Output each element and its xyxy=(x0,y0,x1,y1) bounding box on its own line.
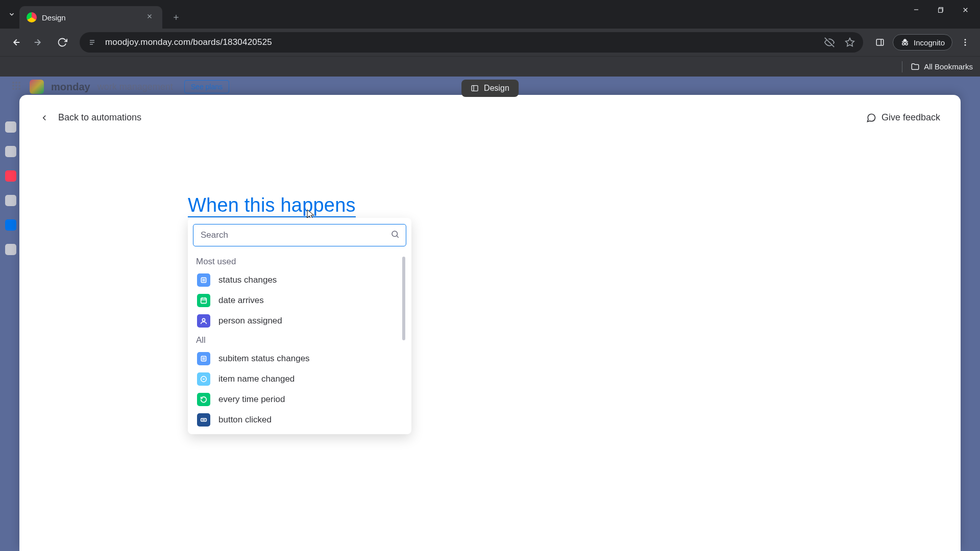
option-status-changes[interactable]: status changes xyxy=(195,270,404,290)
option-label: date arrives xyxy=(218,295,264,306)
brand-subtext: work management xyxy=(97,82,173,92)
give-feedback-button[interactable]: Give feedback xyxy=(866,112,940,123)
svg-point-37 xyxy=(202,318,205,321)
option-label: button clicked xyxy=(218,415,272,425)
option-subitem-status-changes[interactable]: subitem status changes xyxy=(195,348,404,369)
bookmark-bar: All Bookmarks xyxy=(0,56,980,77)
option-label: person assigned xyxy=(218,316,282,326)
svg-point-24 xyxy=(965,44,966,46)
sidebar-item xyxy=(5,121,16,133)
automation-modal: Back to automations Give feedback When t… xyxy=(19,95,961,551)
forward-button[interactable] xyxy=(29,32,49,53)
new-tab-button[interactable] xyxy=(167,9,185,26)
svg-line-29 xyxy=(397,236,398,237)
sidepanel-icon[interactable] xyxy=(870,33,890,52)
eye-off-icon[interactable] xyxy=(823,36,836,48)
option-button-clicked[interactable]: button clicked xyxy=(195,410,404,430)
site-info-icon[interactable] xyxy=(87,36,99,48)
section-all: All xyxy=(195,331,404,348)
browser-tab[interactable]: Design xyxy=(19,6,162,29)
kebab-menu-icon[interactable] xyxy=(955,33,975,52)
status-icon xyxy=(197,352,210,365)
svg-rect-25 xyxy=(472,86,478,91)
svg-point-20 xyxy=(905,43,908,45)
svg-rect-6 xyxy=(938,8,942,12)
tab-search-dropdown[interactable] xyxy=(4,7,19,22)
status-icon xyxy=(197,273,210,287)
divider xyxy=(902,61,902,72)
option-label: every time period xyxy=(218,394,285,405)
feedback-label: Give feedback xyxy=(881,112,940,123)
back-label: Back to automations xyxy=(58,112,141,123)
svg-point-22 xyxy=(965,39,966,40)
toast-pill: Design xyxy=(461,80,519,97)
option-person-assigned[interactable]: person assigned xyxy=(195,311,404,331)
all-bookmarks-label: All Bookmarks xyxy=(924,62,973,71)
option-label: status changes xyxy=(218,275,277,285)
toast-label: Design xyxy=(484,84,509,93)
svg-point-19 xyxy=(902,43,905,45)
brand-text: monday xyxy=(51,81,90,93)
person-icon xyxy=(197,314,210,328)
url-text: moodjoy.monday.com/boards/1830420525 xyxy=(105,37,272,47)
page-viewport: Design monday work management See plans … xyxy=(0,77,980,551)
trigger-title[interactable]: When this happens xyxy=(188,194,356,217)
address-bar[interactable]: moodjoy.monday.com/boards/1830420525 xyxy=(80,32,863,53)
trigger-dropdown: Most used status changes date arrives pe… xyxy=(188,218,411,434)
svg-point-28 xyxy=(392,231,398,237)
svg-marker-16 xyxy=(846,38,854,46)
recurring-icon xyxy=(197,393,210,406)
back-button[interactable] xyxy=(5,32,26,53)
svg-rect-33 xyxy=(201,298,207,303)
section-most-used: Most used xyxy=(195,253,404,270)
search-input-wrapper[interactable] xyxy=(193,224,406,246)
options-list[interactable]: Most used status changes date arrives pe… xyxy=(193,253,406,434)
sidebar-item xyxy=(5,244,16,255)
scrollbar[interactable] xyxy=(402,257,405,340)
titlebar: Design xyxy=(0,0,980,29)
sidebar-item xyxy=(5,146,16,157)
close-tab-button[interactable] xyxy=(144,11,155,24)
option-label: item name changed xyxy=(218,374,295,384)
option-item-name-changed[interactable]: item name changed xyxy=(195,369,404,389)
option-every-time-period[interactable]: every time period xyxy=(195,389,404,410)
window-controls xyxy=(904,0,977,19)
incognito-chip[interactable]: Incognito xyxy=(893,34,952,51)
svg-point-23 xyxy=(965,42,966,43)
bookmark-star-icon[interactable] xyxy=(844,36,856,48)
search-input[interactable] xyxy=(201,230,399,240)
apps-grid-icon xyxy=(12,82,22,92)
svg-rect-38 xyxy=(201,356,206,361)
sidebar-item xyxy=(5,219,16,231)
reload-button[interactable] xyxy=(52,32,72,53)
option-label: subitem status changes xyxy=(218,354,310,364)
rename-icon xyxy=(197,372,210,386)
tab-title: Design xyxy=(42,13,66,22)
sidebar-stub xyxy=(0,97,21,551)
svg-rect-30 xyxy=(201,278,206,282)
favicon-icon xyxy=(27,12,37,22)
minimize-button[interactable] xyxy=(904,0,928,19)
svg-rect-17 xyxy=(876,39,884,45)
sidebar-item xyxy=(5,195,16,206)
see-plans-button[interactable]: See plans xyxy=(184,80,229,93)
date-icon xyxy=(197,294,210,307)
back-to-automations-button[interactable]: Back to automations xyxy=(40,112,141,123)
maximize-button[interactable] xyxy=(929,0,952,19)
close-window-button[interactable] xyxy=(953,0,977,19)
all-bookmarks-button[interactable]: All Bookmarks xyxy=(911,62,973,71)
incognito-label: Incognito xyxy=(914,38,945,47)
browser-toolbar: moodjoy.monday.com/boards/1830420525 Inc… xyxy=(0,29,980,56)
button-icon xyxy=(197,413,210,427)
option-date-arrives[interactable]: date arrives xyxy=(195,290,404,311)
monday-logo-icon xyxy=(30,80,44,94)
sidebar-item xyxy=(5,170,16,182)
search-icon xyxy=(390,230,400,241)
